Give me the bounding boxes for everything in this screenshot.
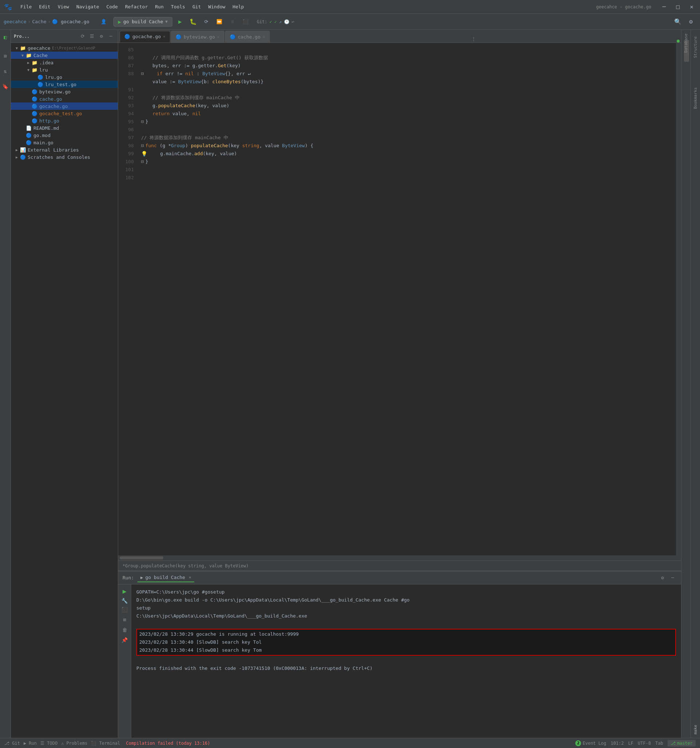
tab-overflow-button[interactable]: ⋮: [469, 35, 478, 43]
menu-view[interactable]: View: [54, 3, 73, 11]
sidebar-bookmarks-icon[interactable]: 🔖: [1, 82, 10, 91]
debug-button[interactable]: 🐛: [188, 16, 199, 27]
code-lines[interactable]: // 调用用户回调函数 g.getter.Get() 获取源数据 bytes, …: [138, 43, 676, 555]
minimize-button[interactable]: ─: [659, 2, 670, 12]
status-branch[interactable]: ⎇ master: [668, 740, 695, 746]
collapse-all-icon[interactable]: ☰: [88, 32, 96, 40]
menu-git[interactable]: Git: [189, 3, 204, 11]
run-tab-go-build[interactable]: ▶ go build Cache ✕: [137, 573, 194, 582]
tab-gocache-go[interactable]: 🔵 gocache.go ✕: [120, 31, 170, 43]
run-wrench-icon[interactable]: 🔧: [122, 598, 128, 604]
menu-window[interactable]: Window: [205, 3, 229, 11]
menu-run[interactable]: Run: [152, 3, 167, 11]
menu-refactor[interactable]: Refactor: [122, 3, 152, 11]
editor-scrollbar[interactable]: [676, 43, 681, 555]
tree-item-main-go[interactable]: ▶ 🔵 main.go: [11, 139, 118, 146]
pause-button[interactable]: ⏸: [227, 16, 238, 27]
close-panel-icon[interactable]: ─: [107, 32, 115, 40]
status-git-button[interactable]: ⎇ Git: [5, 741, 20, 746]
git-history-icon[interactable]: 🕐: [284, 19, 289, 24]
tree-item-readme[interactable]: ▶ 📄 README.md: [11, 124, 118, 132]
tree-item-http-go[interactable]: ▶ 🔵 http.go: [11, 117, 118, 124]
tree-arrow-idea[interactable]: ▶: [26, 59, 31, 65]
sidebar-structure-label[interactable]: Structure: [691, 33, 700, 62]
status-lf[interactable]: LF: [628, 741, 633, 746]
status-encoding[interactable]: UTF-8: [638, 741, 651, 746]
menu-tools[interactable]: Tools: [167, 3, 189, 11]
tree-arrow-geecahce[interactable]: ▼: [14, 45, 20, 51]
step-over-button[interactable]: ⏩: [214, 16, 225, 27]
sidebar-pull-requests-icon[interactable]: ⇅: [1, 67, 10, 76]
sidebar-make-label[interactable]: make: [691, 721, 700, 738]
run-minimize-icon[interactable]: ─: [669, 574, 677, 582]
code-editor[interactable]: 85 86 87 88 91 92 93 94 95 96 97 98 99 1…: [118, 43, 681, 555]
run-output[interactable]: GOPATH=C:\Users\jpc\go #gosetup D:\Go\bi…: [131, 584, 681, 738]
tree-item-cache[interactable]: ▼ 📁 Cache: [11, 52, 118, 59]
run-stop-button[interactable]: ⬛: [122, 607, 128, 613]
horizontal-scrollbar[interactable]: [118, 555, 681, 561]
status-terminal-button[interactable]: ⬛ Terminal: [91, 741, 120, 746]
tree-item-geecahce[interactable]: ▼ 📁 geecahce E:\Project\GolandP: [11, 44, 118, 52]
run-tab-close[interactable]: ✕: [189, 575, 191, 580]
tree-item-gocache-go[interactable]: ▶ 🔵 gocache.go: [11, 102, 118, 110]
tree-item-lru-go[interactable]: ▶ 🔵 lru.go: [11, 73, 118, 81]
status-event-log[interactable]: 2 Event Log: [575, 740, 606, 746]
tab-byteview-go[interactable]: 🔵 byteview.go ✕: [171, 31, 224, 43]
run-delete-icon[interactable]: 🗑: [122, 627, 127, 633]
search-everywhere-button[interactable]: 🔍: [673, 16, 683, 27]
tree-arrow-ext[interactable]: ▶: [14, 147, 20, 153]
h-scroll-thumb[interactable]: [120, 556, 163, 559]
user-icon[interactable]: 👤: [99, 17, 108, 27]
tree-item-byteview-go[interactable]: ▶ 🔵 byteview.go: [11, 88, 118, 95]
tree-item-gocache-test-go[interactable]: ▶ 🔵 gocache_test.go: [11, 110, 118, 117]
run-config-dropdown[interactable]: ▶ go build Cache ▼: [113, 17, 173, 27]
tree-item-cache-go[interactable]: ▶ 🔵 cache.go: [11, 95, 118, 102]
status-problems-button[interactable]: ⚠ Problems: [61, 741, 87, 746]
status-todo-button[interactable]: ☰ TODO: [40, 741, 58, 746]
menu-code[interactable]: Code: [103, 3, 122, 11]
git-undo-icon[interactable]: ↩: [292, 19, 294, 24]
close-button[interactable]: ✕: [686, 2, 697, 12]
coverage-button[interactable]: ⟳: [201, 16, 212, 27]
tree-item-scratches[interactable]: ▶ 🔵 Scratches and Consoles: [11, 154, 118, 161]
git-pull-icon[interactable]: ↗: [279, 19, 282, 24]
settings-button[interactable]: ⚙: [685, 16, 696, 27]
sidebar-database-label[interactable]: Database: [682, 30, 690, 56]
sync-icon[interactable]: ⟳: [79, 32, 87, 40]
git-push-icon[interactable]: ✓: [274, 19, 277, 24]
sidebar-project-icon[interactable]: ◧: [1, 33, 10, 41]
tree-arrow-cache[interactable]: ▼: [20, 52, 26, 58]
breadcrumb-file[interactable]: 🔵 gocache.go: [52, 19, 89, 24]
tab-close-gocache[interactable]: ✕: [163, 34, 166, 39]
status-indent[interactable]: Tab: [655, 741, 663, 746]
tab-close-cache[interactable]: ✕: [263, 35, 265, 39]
sidebar-commit-icon[interactable]: ⊞: [1, 52, 10, 60]
run-button[interactable]: ▶: [175, 16, 186, 27]
status-run-button[interactable]: ▶ Run: [24, 741, 37, 746]
run-pin-icon[interactable]: 📌: [122, 637, 128, 643]
settings-panel-icon[interactable]: ⚙: [97, 32, 105, 40]
tree-item-external-libs[interactable]: ▶ 📊 External Libraries: [11, 146, 118, 154]
menu-file[interactable]: File: [17, 3, 35, 11]
tree-item-idea[interactable]: ▶ 📁 .idea: [11, 59, 118, 66]
menu-help[interactable]: Help: [229, 3, 248, 11]
status-position[interactable]: 101:2: [610, 741, 624, 746]
maximize-button[interactable]: □: [673, 2, 683, 12]
run-play-button[interactable]: ▶: [123, 587, 126, 595]
stop-button[interactable]: ⬛: [240, 16, 251, 27]
breadcrumb-project[interactable]: geecahce: [4, 19, 27, 24]
tree-item-lru[interactable]: ▼ 📁 lru: [11, 66, 118, 73]
menu-edit[interactable]: Edit: [35, 3, 54, 11]
run-layout-icon[interactable]: ⊞: [123, 617, 126, 623]
tab-close-byteview[interactable]: ✕: [217, 35, 220, 39]
tree-item-lru-test-go[interactable]: ▶ 🔵 lru_test.go: [11, 81, 118, 88]
git-commit-icon[interactable]: ✓: [269, 19, 272, 24]
tree-item-go-mod[interactable]: ▶ 🔵 go.mod: [11, 132, 118, 139]
run-settings-icon[interactable]: ⚙: [659, 574, 667, 582]
tree-arrow-lru[interactable]: ▼: [26, 67, 31, 73]
tree-arrow-scratches[interactable]: ▶: [14, 154, 20, 160]
breadcrumb-folder[interactable]: Cache: [32, 19, 46, 24]
sidebar-bookmarks-label[interactable]: Bookmarks: [691, 84, 700, 113]
menu-navigate[interactable]: Navigate: [73, 3, 103, 11]
tab-cache-go[interactable]: 🔵 cache.go ✕: [225, 31, 270, 43]
